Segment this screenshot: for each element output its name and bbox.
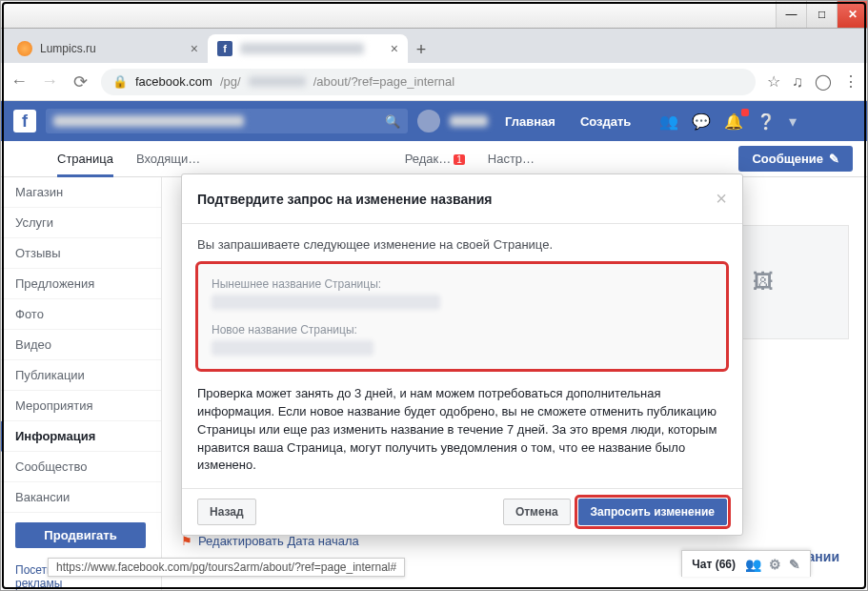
sidebar-item-posts[interactable]: Публикации	[0, 360, 161, 391]
create-link[interactable]: Создать	[573, 114, 638, 129]
search-icon[interactable]: 🔍	[385, 114, 400, 129]
window-maximize-button[interactable]: □	[806, 1, 837, 28]
home-link[interactable]: Главная	[497, 114, 563, 129]
notifications-icon[interactable]: 🔔	[724, 112, 743, 131]
name-change-box: Нынешнее название Страницы: Новое назван…	[197, 263, 727, 370]
profile-icon[interactable]: ◯	[815, 72, 832, 91]
chat-dock[interactable]: Чат (66) 👥 ⚙ ✎	[681, 550, 811, 577]
sidebar-item-about[interactable]: Информация	[0, 421, 161, 452]
messenger-icon[interactable]: 💬	[692, 112, 711, 131]
lock-icon: 🔒	[112, 74, 128, 89]
fb-header: f 🔍 Главная Создать 👥 💬 🔔 ❔ ▾	[0, 101, 868, 141]
browser-tab-lumpics[interactable]: Lumpics.ru ×	[8, 34, 208, 63]
window-minimize-button[interactable]: —	[776, 1, 806, 28]
new-name-value-blurred	[212, 340, 373, 356]
sidebar-item-shop[interactable]: Магазин	[0, 177, 161, 208]
browser-tabstrip: Lumpics.ru × f × +	[0, 29, 868, 63]
sidebar-item-jobs[interactable]: Вакансии	[0, 482, 161, 513]
tab-edit[interactable]: Редак…1	[405, 152, 465, 166]
confirm-name-change-modal: Подтвердите запрос на изменение названия…	[181, 173, 743, 536]
star-icon[interactable]: ☆	[767, 72, 780, 91]
tab-page[interactable]: Страница	[57, 141, 113, 177]
request-change-button[interactable]: Запросить изменение	[578, 499, 727, 525]
modal-footer: Назад Отмена Запросить изменение	[182, 488, 742, 535]
sidebar-item-video[interactable]: Видео	[0, 330, 161, 360]
favicon-facebook: f	[217, 41, 232, 56]
media-icon[interactable]: ♫	[792, 73, 803, 91]
fb-logo[interactable]: f	[13, 110, 36, 132]
sidebar-item-events[interactable]: Мероприятия	[0, 391, 161, 421]
url-field[interactable]: 🔒 facebook.com/pg/ /about/?ref=page_inte…	[101, 69, 756, 95]
help-icon[interactable]: ❔	[757, 112, 776, 131]
modal-header: Подтвердите запрос на изменение названия…	[182, 174, 742, 224]
url-domain: facebook.com	[135, 74, 212, 89]
chat-settings-icon[interactable]: ⚙	[769, 557, 781, 572]
browser-addressbar: ← → ⟳ 🔒 facebook.com/pg/ /about/?ref=pag…	[0, 63, 868, 101]
browser-tab-facebook[interactable]: f ×	[208, 34, 408, 63]
dropdown-icon[interactable]: ▾	[789, 112, 797, 131]
friends-icon[interactable]: 👥	[659, 112, 678, 131]
chat-people-icon[interactable]: 👥	[745, 557, 761, 572]
cancel-button[interactable]: Отмена	[503, 499, 571, 525]
tab-close-icon[interactable]: ×	[391, 41, 398, 56]
chat-compose-icon[interactable]: ✎	[789, 557, 800, 572]
sidebar-item-offers[interactable]: Предложения	[0, 269, 161, 299]
favicon-lumpics	[17, 41, 32, 56]
modal-body-text: Проверка может занять до 3 дней, и нам м…	[197, 385, 727, 475]
sidebar: Магазин Услуги Отзывы Предложения Фото В…	[0, 177, 162, 591]
tab-settings[interactable]: Настр…	[488, 152, 535, 166]
menu-icon[interactable]: ⋮	[843, 72, 858, 91]
modal-close-icon[interactable]: ×	[716, 188, 727, 210]
back-button[interactable]: ←	[10, 71, 29, 92]
reload-button[interactable]: ⟳	[71, 71, 90, 92]
page-nav-tabs: Страница Входящи… Редак…1 Настр… Сообщен…	[0, 141, 868, 177]
tab-title: Lumpics.ru	[40, 42, 96, 55]
fb-search[interactable]: 🔍	[46, 109, 408, 133]
current-name-label: Нынешнее название Страницы:	[212, 277, 713, 291]
flag-icon: ⚑	[181, 534, 192, 548]
tab-title-blurred	[240, 43, 364, 54]
new-tab-button[interactable]: +	[408, 36, 434, 63]
current-name-value-blurred	[212, 295, 440, 310]
window-close-button[interactable]: ✕	[837, 1, 867, 28]
promote-button[interactable]: Продвигать	[15, 522, 146, 548]
modal-subtitle: Вы запрашиваете следующее изменение на с…	[197, 237, 727, 252]
avatar[interactable]	[417, 110, 440, 132]
status-bar: https://www.facebook.com/pg/tours2arm/ab…	[48, 558, 405, 577]
new-name-label: Новое название Страницы:	[212, 323, 713, 336]
tab-inbox[interactable]: Входящи…	[136, 152, 200, 166]
modal-title: Подтвердите запрос на изменение названия	[197, 192, 493, 207]
sidebar-item-photo[interactable]: Фото	[0, 299, 161, 330]
forward-button: →	[40, 71, 59, 92]
edit-date-link[interactable]: ⚑Редактировать Дата начала	[181, 534, 849, 548]
sidebar-item-services[interactable]: Услуги	[0, 208, 161, 238]
sidebar-item-reviews[interactable]: Отзывы	[0, 238, 161, 269]
pencil-icon: ✎	[829, 152, 839, 166]
image-icon: 🖼	[753, 270, 774, 295]
back-button[interactable]: Назад	[197, 499, 256, 525]
window-titlebar: — □ ✕	[0, 0, 868, 29]
tab-close-icon[interactable]: ×	[191, 41, 198, 56]
message-button[interactable]: Сообщение✎	[738, 146, 853, 172]
sidebar-item-community[interactable]: Сообщество	[0, 452, 161, 482]
